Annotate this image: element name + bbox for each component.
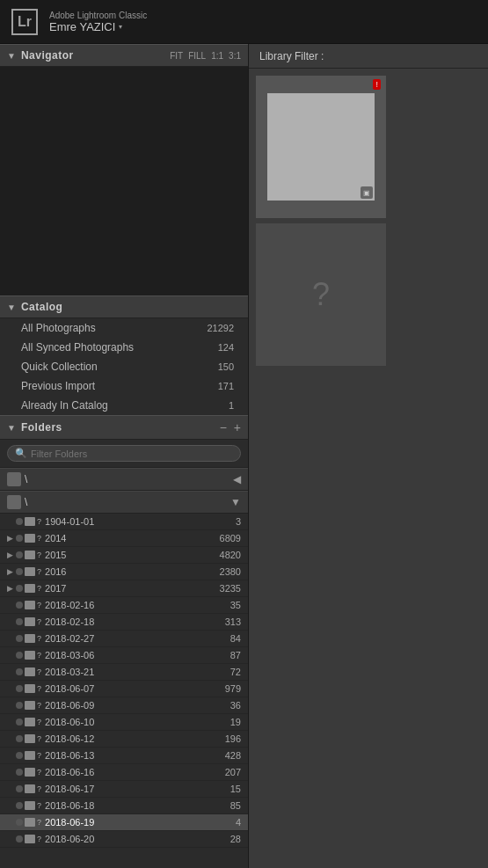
nav-1to1[interactable]: 1:1 [211, 51, 223, 61]
folder-count: 3 [236, 516, 241, 527]
catalog-item-name: All Photographs [21, 322, 207, 334]
catalog-item[interactable]: Previous Import 171 [0, 376, 248, 396]
folder-row[interactable]: ▶ ? 2017 3235 [0, 580, 248, 597]
folder-path-text-2: \ [25, 496, 230, 508]
folder-icon-wrapper: ? [16, 601, 41, 609]
folder-row[interactable]: ? 2018-02-18 313 [0, 614, 248, 631]
folder-count: 72 [230, 667, 241, 677]
filter-folders-input[interactable] [31, 449, 233, 459]
folder-expand-icon: ▶ [4, 551, 16, 559]
folder-row[interactable]: ? 2018-03-06 87 [0, 647, 248, 664]
drive-icon-2 [7, 495, 21, 509]
catalog-item[interactable]: All Synced Photographs 124 [0, 338, 248, 357]
catalog-item-name: Quick Collection [21, 361, 218, 373]
folder-sync-dot [16, 535, 23, 542]
folder-count: 979 [225, 683, 241, 694]
user-name[interactable]: Emre YAZICI ▾ [49, 20, 147, 33]
folder-row[interactable]: ? 2018-06-20 28 [0, 831, 248, 848]
folder-row[interactable]: ? 2018-06-16 207 [0, 764, 248, 781]
folder-count: 6809 [220, 533, 241, 543]
nav-fill[interactable]: FILL [188, 51, 206, 61]
folder-icon-wrapper: ? [16, 651, 41, 660]
folder-count: 313 [225, 616, 241, 627]
catalog-item-count: 150 [218, 361, 234, 372]
folders-section: ▼ Folders − + 🔍 \ ◀ [0, 415, 248, 848]
folder-row[interactable]: ? 2018-06-17 15 [0, 781, 248, 798]
folder-q-badge: ? [37, 551, 41, 559]
folder-count: 3235 [220, 583, 241, 594]
navigator-header[interactable]: ▼ Navigator FIT FILL 1:1 3:1 [0, 44, 248, 67]
folder-file-icon [25, 768, 35, 777]
folder-row[interactable]: ? 2018-06-09 36 [0, 697, 248, 714]
folder-row[interactable]: ▶ ? 2015 4820 [0, 547, 248, 564]
folder-row[interactable]: ▶ ? 2014 6809 [0, 530, 248, 547]
folder-q-badge: ? [37, 567, 41, 576]
folder-name: 2018-06-13 [45, 750, 225, 761]
folders-add-button[interactable]: + [234, 420, 241, 434]
folder-file-icon [25, 534, 35, 543]
folder-row[interactable]: ? 1904-01-01 3 [0, 514, 248, 530]
folder-name: 2018-06-16 [45, 767, 225, 777]
folder-name: 2018-02-27 [45, 633, 230, 644]
nav-3to1[interactable]: 3:1 [229, 51, 241, 61]
catalog-item[interactable]: All Photographs 21292 [0, 318, 248, 338]
folder-icon-wrapper: ? [16, 768, 41, 777]
folder-icon-wrapper: ? [16, 718, 41, 726]
catalog-item[interactable]: Quick Collection 150 [0, 357, 248, 376]
app-logo: Lr [9, 6, 40, 38]
nav-fit[interactable]: FIT [170, 51, 183, 61]
folder-name: 2015 [45, 550, 220, 560]
folder-name: 2017 [45, 583, 220, 594]
folder-path-row-1[interactable]: \ ◀ [0, 468, 248, 491]
folder-icon-wrapper: ? [16, 734, 41, 743]
folder-q-badge: ? [37, 701, 41, 710]
folder-row[interactable]: ? 2018-06-12 196 [0, 731, 248, 748]
folder-q-badge: ? [37, 617, 41, 626]
folder-q-badge: ? [37, 584, 41, 593]
folder-icon-wrapper: ? [16, 684, 41, 693]
catalog-item-count: 21292 [207, 323, 234, 333]
filter-row: 🔍 [0, 440, 248, 468]
catalog-item[interactable]: Already In Catalog 1 [0, 396, 248, 415]
catalog-header[interactable]: ▼ Catalog [0, 295, 248, 318]
folder-icon-wrapper: ? [16, 584, 41, 593]
folder-file-icon [25, 684, 35, 693]
folder-row[interactable]: ? 2018-06-18 85 [0, 798, 248, 814]
folder-file-icon [25, 651, 35, 660]
folder-row[interactable]: ? 2018-06-10 19 [0, 714, 248, 731]
folder-row[interactable]: ? 2018-03-21 72 [0, 664, 248, 681]
folder-q-badge: ? [37, 667, 41, 676]
catalog-item-name: Previous Import [21, 380, 218, 392]
folder-sync-dot [16, 635, 23, 642]
catalog-item-name: Already In Catalog [21, 399, 229, 412]
folder-icon-wrapper: ? [16, 667, 41, 676]
folder-path-arrow-1: ◀ [233, 473, 241, 485]
thumb-container-2[interactable]: ? [256, 223, 386, 366]
folder-row[interactable]: ? 2018-02-16 35 [0, 597, 248, 614]
user-name-text: Emre YAZICI [49, 20, 115, 33]
thumb-container-1[interactable]: ! ▣ [256, 76, 386, 218]
folder-row[interactable]: ? 2018-02-27 84 [0, 631, 248, 647]
user-menu-chevron[interactable]: ▾ [119, 23, 122, 31]
folders-remove-button[interactable]: − [220, 420, 227, 434]
app-name: Adobe Lightroom Classic [49, 11, 147, 20]
drive-icon-1 [7, 472, 21, 486]
folder-file-icon [25, 784, 35, 793]
folder-sync-dot [16, 568, 23, 575]
folder-icon-wrapper: ? [16, 617, 41, 626]
lr-logo-text: Lr [18, 14, 32, 30]
catalog-items: All Photographs 21292 All Synced Photogr… [0, 318, 248, 415]
folder-name: 2018-06-09 [45, 700, 230, 711]
folder-row[interactable]: ? 2018-06-19 4 [0, 814, 248, 831]
folder-path-arrow-2: ▼ [230, 496, 241, 508]
folder-path-row-2[interactable]: \ ▼ [0, 491, 248, 514]
folder-row[interactable]: ? 2018-06-13 428 [0, 748, 248, 764]
folder-icon-wrapper: ? [16, 835, 41, 843]
folder-icon-wrapper: ? [16, 517, 41, 526]
folder-row[interactable]: ? 2018-06-07 979 [0, 681, 248, 697]
folders-header[interactable]: ▼ Folders − + [0, 415, 248, 440]
folder-sync-dot [16, 652, 23, 659]
folder-sync-dot [16, 819, 23, 826]
folder-file-icon [25, 701, 35, 710]
folder-row[interactable]: ▶ ? 2016 2380 [0, 564, 248, 580]
